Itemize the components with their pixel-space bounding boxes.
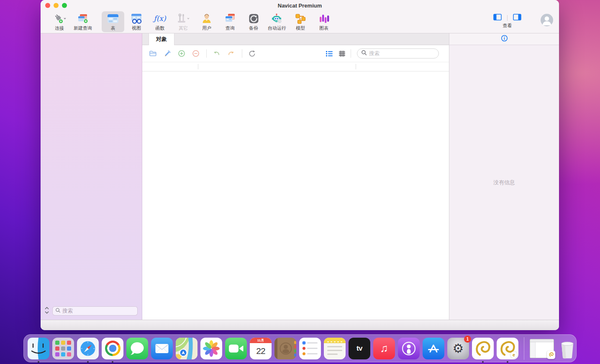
zoom-button[interactable] (62, 3, 67, 8)
toolbar-item-label: 连接 (55, 25, 64, 31)
sort-toggle-icon[interactable] (44, 306, 50, 316)
toolbar-item-label: 备份 (249, 25, 258, 31)
toolbar-right-group: 查看 (493, 11, 553, 29)
user-icon (201, 13, 213, 25)
import-wizard-button[interactable] (213, 50, 221, 57)
running-indicator (87, 361, 89, 363)
toolbar-item-label: 新建查询 (74, 25, 92, 31)
dock-system-preferences-icon[interactable]: ⚙ 1 (447, 338, 469, 359)
desktop-wallpaper: Navicat Premium (0, 0, 600, 364)
toolbar-item-backup[interactable]: 备份 (242, 11, 265, 32)
sidebar-footer (41, 305, 142, 320)
tab-bar[interactable]: 对象 (142, 33, 449, 45)
object-list-header[interactable] (142, 62, 449, 71)
toolbar-item-model[interactable]: 模型 (289, 11, 312, 32)
object-list-empty-area[interactable] (142, 71, 449, 320)
running-indicator (38, 361, 39, 363)
search-icon (361, 50, 367, 57)
toolbar-item-new-query[interactable]: 新建查询 (72, 11, 94, 32)
export-wizard-button[interactable] (227, 50, 235, 57)
delete-table-button[interactable] (192, 50, 200, 57)
dock-trash-icon[interactable] (557, 338, 578, 359)
view-group-label: 查看 (503, 23, 512, 29)
dock-finder-icon[interactable] (28, 338, 49, 359)
new-query-icon (77, 13, 89, 25)
dock: 11月 22 tv (23, 334, 577, 362)
traffic-lights (45, 3, 67, 8)
dock-apple-tv-icon[interactable]: tv (349, 338, 370, 359)
open-table-button[interactable] (149, 50, 157, 57)
dock-navicat-essentials-icon[interactable]: e (497, 338, 518, 359)
account-avatar[interactable] (541, 11, 553, 28)
toolbar-item-other[interactable]: 其它 (172, 11, 195, 32)
toolbar-item-query[interactable]: 查询 (219, 11, 241, 32)
essentials-badge: e (510, 351, 517, 358)
toolbar-item-label: 表 (111, 25, 115, 31)
toolbar-item-label: 查询 (226, 25, 235, 31)
object-search-box[interactable] (357, 48, 439, 59)
dock-notes-icon[interactable] (324, 338, 346, 359)
design-table-button[interactable] (164, 50, 171, 57)
dock-podcasts-icon[interactable] (398, 338, 420, 359)
toggle-left-sidebar-button[interactable] (493, 14, 502, 22)
divider (507, 15, 508, 21)
list-view-button[interactable] (326, 50, 333, 57)
dock-mail-icon[interactable] (151, 338, 173, 359)
navicat-badge (547, 351, 555, 359)
dock-photos-icon[interactable] (200, 338, 222, 359)
music-note-glyph: ♫ (380, 342, 388, 355)
dock-launchpad-icon[interactable] (52, 338, 74, 359)
search-icon (55, 307, 61, 315)
column-divider[interactable] (198, 64, 198, 69)
connection-icon (53, 13, 66, 25)
table-icon (107, 13, 119, 25)
toolbar-item-connection[interactable]: 连接 (48, 11, 71, 32)
status-bar (41, 320, 559, 330)
toolbar-item-automation[interactable]: 自动运行 (266, 11, 288, 32)
dock-minimized-window[interactable] (530, 339, 554, 358)
dock-music-icon[interactable]: ♫ (373, 338, 395, 359)
refresh-button[interactable] (248, 50, 256, 58)
info-icon[interactable] (501, 35, 508, 43)
dock-safari-icon[interactable] (77, 338, 99, 359)
dock-maps-icon[interactable] (176, 338, 197, 359)
view-icon (130, 13, 143, 25)
dock-contacts-icon[interactable] (274, 338, 296, 359)
dock-messages-icon[interactable] (126, 338, 148, 359)
toolbar-item-label: 其它 (179, 25, 188, 31)
dock-facetime-icon[interactable] (225, 338, 247, 359)
grid-view-button[interactable] (338, 50, 346, 57)
toolbar-item-label: 自动运行 (268, 25, 286, 31)
sidebar-search-box[interactable] (52, 306, 138, 316)
running-indicator (482, 361, 484, 363)
dock-calendar-icon[interactable]: 11月 22 (250, 338, 272, 359)
chart-icon (318, 13, 330, 25)
dock-app-store-icon[interactable] (423, 338, 444, 359)
dock-divider (524, 337, 524, 360)
toolbar-item-label: 图表 (319, 25, 328, 31)
toolbar-item-view[interactable]: 视图 (125, 11, 148, 32)
sidebar-search-input[interactable] (62, 308, 135, 314)
dock-chrome-icon[interactable] (102, 338, 123, 359)
toolbar-item-user[interactable]: 用户 (195, 11, 218, 32)
automation-robot-icon (271, 13, 283, 25)
calendar-day: 22 (250, 343, 272, 359)
column-divider[interactable] (356, 64, 356, 69)
dock-navicat-icon[interactable] (472, 338, 494, 359)
minimize-button[interactable] (54, 3, 59, 8)
toolbar-item-label: 模型 (296, 25, 305, 31)
toolbar-item-table[interactable]: 表 (102, 11, 124, 32)
new-table-button[interactable] (178, 50, 185, 57)
window-title: Navicat Premium (278, 3, 322, 9)
close-button[interactable] (45, 3, 50, 8)
divider (351, 49, 351, 58)
tools-icon (176, 13, 190, 25)
titlebar[interactable]: Navicat Premium (41, 0, 559, 11)
toolbar-item-function[interactable]: ƒ(x) 函数 (149, 11, 171, 32)
toolbar-item-chart[interactable]: 图表 (313, 11, 335, 32)
toggle-right-panel-button[interactable] (513, 14, 521, 22)
connections-sidebar[interactable] (41, 33, 142, 320)
object-search-input[interactable] (369, 51, 435, 56)
tab-objects[interactable]: 对象 (149, 33, 174, 45)
dock-reminders-icon[interactable] (299, 338, 321, 359)
